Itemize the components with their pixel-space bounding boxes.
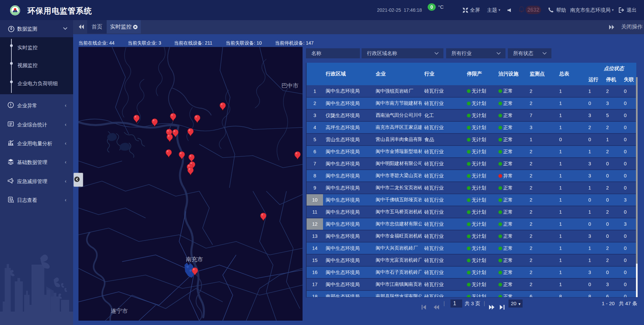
svg-text:遂宁市: 遂宁市 [111, 308, 128, 314]
svg-text:巴中市: 巴中市 [281, 83, 299, 89]
svg-text:南充市: 南充市 [186, 256, 203, 263]
